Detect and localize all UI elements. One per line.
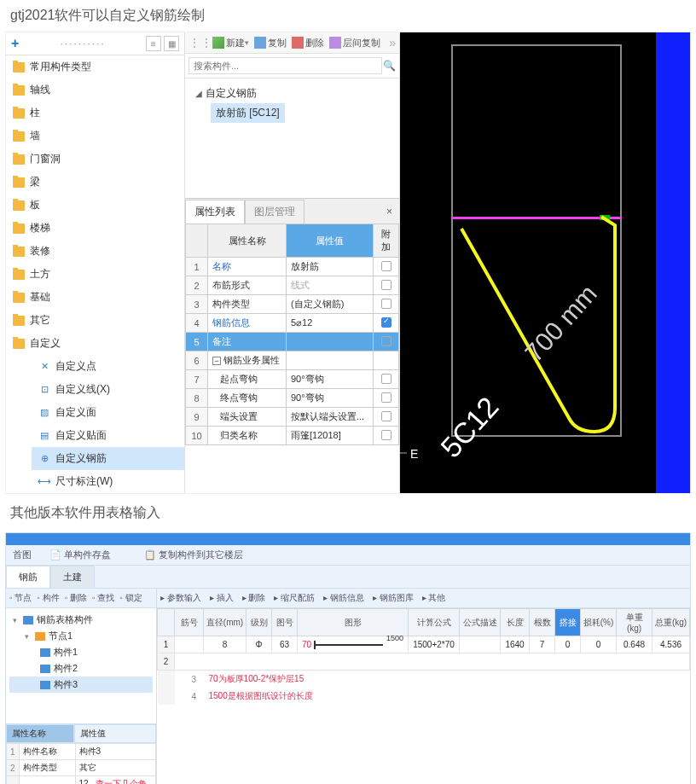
toolbar-item[interactable]: ▸ 其他 — [422, 592, 446, 604]
tree-c1[interactable]: 构件1 — [9, 644, 153, 660]
add-icon[interactable]: + — [11, 36, 19, 51]
col-header[interactable]: 公式描述 — [460, 609, 501, 636]
col-header[interactable]: 图形 — [298, 609, 409, 636]
list-view-icon[interactable]: ≡ — [146, 36, 161, 51]
toolbar-item[interactable]: ◦ 锁定 — [119, 592, 142, 604]
close-icon[interactable]: × — [380, 204, 399, 219]
tab-properties[interactable]: 属性列表 — [185, 200, 245, 224]
property-row[interactable]: 2布筋形式线式 — [186, 276, 399, 295]
tree-c3-selected[interactable]: 构件3 — [9, 677, 153, 693]
menu-home[interactable]: 首图 — [13, 549, 32, 560]
col-header[interactable]: 单重(kg) — [617, 609, 652, 636]
toolbar-item[interactable]: ▸ 钢筋信息 — [323, 592, 364, 604]
col-header[interactable]: 级别 — [246, 609, 272, 636]
tree-item[interactable]: 墙 — [6, 125, 184, 148]
tree-sub[interactable]: ⊕自定义钢筋 — [32, 447, 184, 470]
toolbar-item[interactable]: ▸ 删除 — [242, 592, 266, 604]
checkbox[interactable] — [381, 280, 392, 290]
cell-grade[interactable]: Φ — [246, 636, 272, 653]
copy-button[interactable]: 复制 — [254, 37, 287, 49]
tree-sub[interactable]: ▨自定义面 — [32, 401, 184, 424]
property-row[interactable]: 8 终点弯钩90°弯钩 — [186, 389, 399, 408]
property-row[interactable]: 9 端头设置按默认端头设置... — [186, 408, 399, 427]
prop-row[interactable]: 3构件数量12 查一下几个角数量就是几个 — [7, 776, 156, 785]
cell-desc[interactable] — [460, 636, 501, 653]
col-header[interactable]: 损耗(%) — [581, 609, 617, 636]
tab-steel[interactable]: 钢筋 — [6, 566, 50, 588]
tree-item[interactable]: 轴线 — [6, 78, 184, 102]
cell-count[interactable]: 7 — [530, 636, 555, 653]
tree-item[interactable]: 板 — [6, 194, 184, 217]
checkbox[interactable] — [381, 317, 392, 328]
cell-tw[interactable]: 4.536 — [652, 636, 690, 653]
toolbar-item[interactable]: ▸ 钢筋图库 — [373, 592, 414, 604]
tree-item[interactable]: 柱 — [6, 102, 184, 125]
tab-civil[interactable]: 土建 — [50, 566, 95, 588]
col-header[interactable]: 图号 — [272, 609, 298, 636]
collapse-icon[interactable]: ◢ — [195, 89, 202, 98]
tree-parent[interactable]: ◢自定义钢筋 — [192, 84, 392, 103]
col-header[interactable]: 搭接 — [555, 609, 581, 636]
col-header[interactable]: 直径(mm) — [204, 609, 246, 636]
property-row[interactable]: 5备注 — [186, 333, 399, 351]
col-header[interactable]: 长度 — [501, 609, 530, 636]
toolbar-item[interactable]: ◦ 构件 — [37, 592, 59, 604]
tree-item[interactable]: 楼梯 — [6, 217, 184, 240]
property-row[interactable]: 3构件类型(自定义钢筋) — [186, 295, 399, 314]
tree-sub[interactable]: ⟷尺寸标注(W) — [32, 470, 184, 493]
property-row[interactable]: 1名称放射筋 — [186, 258, 399, 276]
tree-item[interactable]: 梁 — [6, 171, 184, 194]
toolbar-item[interactable]: ◦ 节点 — [9, 592, 32, 604]
toolbar-item[interactable]: ◦ 删除 — [65, 592, 87, 604]
cell-lap[interactable]: 0 — [555, 636, 581, 653]
overflow-icon[interactable]: » — [389, 36, 396, 49]
tree-item[interactable]: 基础 — [6, 286, 184, 309]
cell-fig[interactable]: 63 — [272, 636, 298, 653]
cell-uw[interactable]: 0.648 — [617, 636, 652, 653]
col-header[interactable]: 总重(kg) — [652, 609, 690, 636]
tree-sub[interactable]: ⊡自定义线(X) — [32, 378, 184, 401]
property-row[interactable]: 10 归类名称雨篷[12018] — [186, 427, 399, 445]
tree-child-selected[interactable]: 放射筋 [5C12] — [211, 103, 285, 123]
checkbox[interactable] — [381, 411, 392, 421]
tree-root[interactable]: ▾钢筋表格构件 — [9, 612, 153, 628]
search-input[interactable] — [188, 57, 382, 74]
property-row[interactable]: 4钢筋信息5⌀12 — [186, 314, 399, 333]
card-view-icon[interactable]: ▦ — [164, 36, 179, 51]
tree-sub[interactable]: ▤自定义贴面 — [32, 424, 184, 447]
property-row[interactable]: 7 起点弯钩90°弯钩 — [186, 370, 399, 389]
col-header[interactable]: 筋号 — [175, 609, 204, 636]
tree-item[interactable]: 常用构件类型 — [6, 55, 184, 78]
data-row[interactable]: 1 8 Φ 63 70 1500 1500+2*70 — [158, 636, 690, 653]
tree-item[interactable]: 土方 — [6, 263, 184, 286]
layer-copy-button[interactable]: 层间复制 — [329, 37, 380, 49]
empty-row[interactable]: 2 — [158, 653, 690, 671]
tree-node1[interactable]: ▾节点1 — [9, 628, 153, 644]
checkbox[interactable] — [381, 374, 392, 384]
checkbox[interactable] — [381, 392, 392, 403]
delete-button[interactable]: 删除 — [292, 37, 324, 49]
tree-item[interactable]: 其它 — [6, 309, 184, 332]
drawing-viewport[interactable]: 5C12 700 mm E — [400, 32, 690, 493]
property-row[interactable]: 6−钢筋业务属性 — [186, 351, 399, 370]
tree-c2[interactable]: 构件2 — [9, 660, 153, 677]
checkbox[interactable] — [381, 430, 392, 440]
col-header[interactable]: 计算公式 — [409, 609, 460, 636]
rebar-data-table[interactable]: 筋号直径(mm)级别图号图形计算公式公式描述长度根数搭接损耗(%)单重(kg)总… — [157, 608, 690, 705]
toolbar-item[interactable]: ▸ 插入 — [210, 592, 234, 604]
prop-row[interactable]: 2构件类型其它 — [7, 760, 156, 776]
tree-sub[interactable]: ✕自定义点 — [32, 355, 184, 378]
tree-item[interactable]: 自定义 — [6, 332, 184, 355]
cell-shape[interactable]: 70 1500 — [298, 636, 409, 653]
toolbar-item[interactable]: ▸ 参数输入 — [160, 592, 201, 604]
menu-save[interactable]: 📄 单构件存盘 — [49, 549, 126, 560]
toolbar-item[interactable]: ▸ 缩尺配筋 — [274, 592, 315, 604]
tree-item[interactable]: 装修 — [6, 240, 184, 263]
checkbox[interactable] — [381, 261, 392, 271]
tree-item[interactable]: 门窗洞 — [6, 148, 184, 171]
new-button[interactable]: 新建▾ — [212, 37, 249, 49]
tab-layers[interactable]: 图层管理 — [245, 200, 304, 224]
cell-bar[interactable] — [175, 636, 204, 653]
prop-row[interactable]: 1构件名称构件3 — [7, 744, 156, 760]
expand-icon[interactable]: − — [212, 357, 221, 365]
